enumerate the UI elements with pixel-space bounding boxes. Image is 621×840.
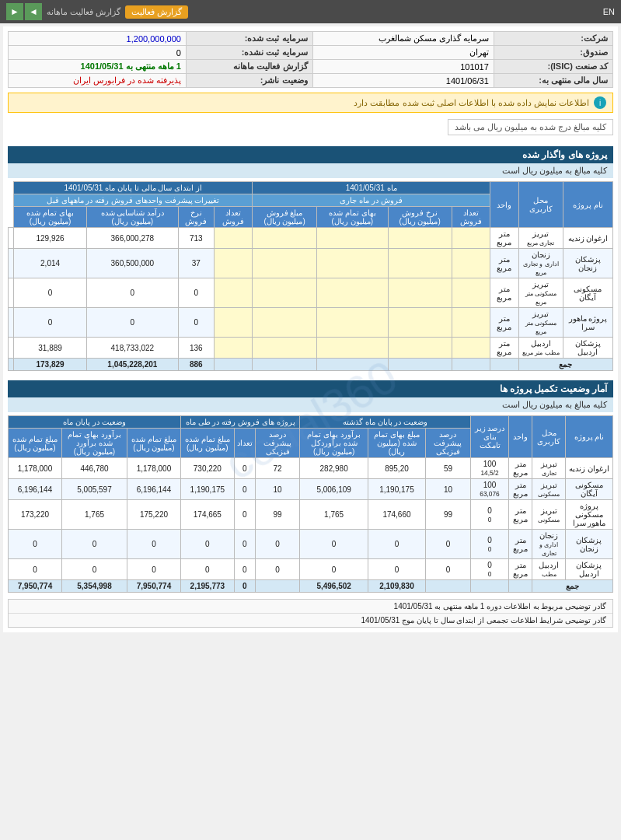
status-value: پذیرفته شده در فرابورس ایران [9,74,187,88]
alert-text: اطلاعات نمایش داده شده با اطلاعات اصلی ث… [354,98,589,108]
col-project-name: نام پروژه [563,182,612,228]
s2-progress-header: پروژه های فروش رفته در طی ماه [180,416,300,429]
col-sales-header: فروش در ماه جاری [253,194,490,207]
filter-box: کلیه مبالغ درج شده به میلیون ریال می باش… [448,119,613,135]
capital-label: سرمایه ثبت شده: [186,32,312,46]
col-p1: تعداد فروش [214,207,252,228]
s2-e3: مبلغ تمام شده (میلیون ریال) [9,429,62,458]
section2-table: نام پروژه محل کاربری واحد درصد زیر بنای … [8,415,613,593]
footer-notes: گادر توضیحی مربوط به اطلاعات دوره 1 ماهه… [8,599,613,628]
section1-table: نام پروژه محل کاربری واحد ماه 1401/05/31… [8,181,613,371]
report-label: گزارش فعالیت ماهانه [186,60,312,74]
col-p3: درآمد شناسایی شده (میلیون ریال) [87,207,179,228]
col-location: محل کاربری [518,182,563,228]
table-row: پروژه مسکونی ماهور سرا [565,500,612,530]
s2-pr1: درصد پیشرفت فیزیکی [255,429,300,458]
section1-header: پروژه های واگذار شده [8,146,613,163]
lang-label: EN [603,7,615,16]
s2-end-header: وضعیت در پایان ماه [9,416,181,429]
col-s4: مبلغ فروش (میلیون ریال) [253,207,317,228]
company-info-table: شرکت: سرمایه گذاری مسکن شمالغرب سرمایه ث… [8,31,613,88]
col-p2: نرخ فروش [178,207,214,228]
col-ytd-header: از ابتدای سال مالی تا پایان ماه 1401/05/… [14,182,253,194]
footer-note: گادر توضیحی مربوط به اطلاعات دوره 1 ماهه… [9,600,612,614]
fund-value: تهران [312,46,494,60]
table-row: جمع [532,580,613,593]
s2-e2: برآورد بهای تمام شده برآورد (میلیون ریال… [61,429,127,458]
code-label: کد صنعت (ISIC): [494,60,612,74]
col-s2: نرخ فروش (میلیون ریال) [388,207,452,228]
nav-prev-button[interactable]: ◄ [25,3,42,20]
nav-next-button[interactable]: ► [6,3,23,20]
top-bar: EN گزارش فعالیت گزارش فعالیت ماهانه ◄ ► [0,0,621,23]
col-progress-header: تغییرات پیشرفت واحدهای فروش رفته در ماهه… [14,194,253,207]
s2-prev-header: وضعیت در پایان ماه گذشته [300,416,470,429]
table-row: پزشکان زنجان [565,530,612,559]
col-s3: بهای تمام شده (میلیون ریال) [317,207,389,228]
col-s1: تعداد فروش [452,207,490,228]
section2-sub: کلیه مبالغ به میلیون ریال است [8,397,613,412]
table-row: جمع [518,359,612,371]
year-value: 1401/06/31 [312,74,494,88]
alert-box: i اطلاعات نمایش داده شده با اطلاعات اصلی… [8,93,613,113]
year-label: سال مالی منتهی به: [494,74,612,88]
s2-col-name: نام پروژه [565,416,612,458]
table-row: ارغوان زندیه [563,228,612,249]
section1-sub: کلیه مبالغ به میلیون ریال است [8,163,613,178]
table-row: پزشکان اردبیل [565,559,612,580]
section2-header: آمار وضعیت تکمیل پروژه ها [8,380,613,397]
company-label: شرکت: [494,32,612,46]
top-bar-right: گزارش فعالیت گزارش فعالیت ماهانه ◄ ► [6,3,188,20]
capital-rev-label: سرمایه ثبت نشده: [186,46,312,60]
nav-arrows: ◄ ► [6,3,42,20]
s2-col-loc: محل کاربری [532,416,565,458]
col-unit: واحد [490,182,519,228]
alert-icon: i [594,96,606,109]
capital-rev-value: 0 [9,46,187,60]
company-value: سرمایه گذاری مسکن شمالغرب [312,32,494,46]
status-label: وضعیت ناشر: [186,74,312,88]
col-month-header: ماه 1401/05/31 [253,182,490,194]
fund-label: صندوق: [494,46,612,60]
report-period: 1 ماهه منتهی به 1401/05/31 [9,60,187,74]
s2-p3: برآورد بهای تمام شده برآوردکل (میلیون ری… [300,429,368,458]
filter-text: کلیه مبالغ درج شده به میلیون ریال می باش… [455,122,606,131]
s2-pr3: مبلغ تمام شده (میلیون ریال) [180,429,234,458]
table-row: پروژه ماهور سرا [563,308,612,338]
table-row: پزشکان زنجان [563,249,612,278]
table-row: مسکونی آیگان [563,278,612,308]
table-row: مسکونی آیگان [565,479,612,500]
table-row: ارغوان زندیه [565,458,612,479]
s2-pr2: تعداد [234,429,255,458]
s2-col-unit: واحد [509,416,532,458]
capital-value: 1,200,000,000 [9,32,187,46]
s2-e1: مبلغ تمام شده (میلیون ریال) [127,429,181,458]
table-row: پزشکان اردبیل [563,338,612,359]
report-button[interactable]: گزارش فعالیت [125,5,188,19]
col-p4: بهای تمام شده (میلیون ریال) [14,207,87,228]
s2-p1: درصد پیشرفت فیزیکی [426,429,471,458]
system-label: گزارش فعالیت ماهانه [47,7,120,17]
s2-p2: مبلغ بهای تمام شده (میلیون ریال) [368,429,425,458]
main-content: شرکت: سرمایه گذاری مسکن شمالغرب سرمایه ث… [3,26,618,632]
s2-col-percent: درصد زیر بنای تامکت [470,416,508,458]
code-value: 101017 [312,60,494,74]
footer-note: گادر توضیحی شرایط اطلاعات تجمعی از ابتدا… [9,614,612,627]
